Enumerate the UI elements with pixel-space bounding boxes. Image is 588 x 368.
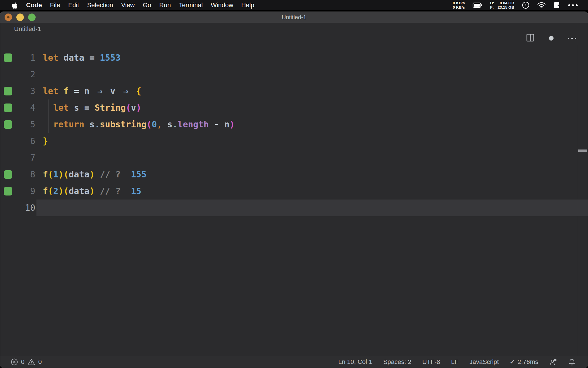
- menubar-item-terminal[interactable]: Terminal: [175, 0, 207, 10]
- control-center-icon[interactable]: [568, 4, 578, 6]
- feedback-button[interactable]: [549, 358, 557, 366]
- code-tokens: let data = 1553: [43, 49, 121, 66]
- menubar-status-area: 0 KB/s 0 KB/s U: 8.84 GB F: 23.15 GB: [453, 0, 588, 10]
- quokka-time: 2.76ms: [518, 358, 538, 366]
- line-number[interactable]: 10: [0, 200, 35, 216]
- code-line[interactable]: 3let f = n ⇒ v ⇒ {: [0, 83, 588, 99]
- cursor-position[interactable]: Ln 10, Col 1: [338, 358, 372, 366]
- errors-icon: [11, 358, 18, 366]
- code-editor[interactable]: 1let data = 155323let f = n ⇒ v ⇒ {4 let…: [0, 45, 588, 356]
- code-line[interactable]: 2: [0, 66, 588, 83]
- menubar-item-selection[interactable]: Selection: [83, 0, 117, 10]
- code-line[interactable]: 6}: [0, 133, 588, 150]
- menubar-item-go[interactable]: Go: [139, 0, 155, 10]
- line-number[interactable]: 1: [0, 49, 35, 66]
- network-speed-indicator[interactable]: 0 KB/s 0 KB/s: [453, 1, 465, 9]
- macos-menubar: Code FileEditSelectionViewGoRunTerminalW…: [0, 0, 588, 10]
- code-tokens: }: [43, 133, 48, 150]
- language-mode[interactable]: JavaScript: [469, 358, 499, 366]
- person-icon: [549, 358, 557, 366]
- menubar-items-container: FileEditSelectionViewGoRunTerminalWindow…: [46, 0, 258, 10]
- quokka-status[interactable]: ✔ 2.76ms: [510, 358, 538, 366]
- problems-indicator[interactable]: 0 0: [11, 358, 42, 366]
- minimize-button[interactable]: [16, 14, 24, 21]
- menubar-item-help[interactable]: Help: [237, 0, 258, 10]
- code-lines: 1let data = 155323let f = n ⇒ v ⇒ {4 let…: [0, 49, 588, 216]
- code-line[interactable]: 4 let s = String(v): [0, 99, 588, 116]
- mem-free-value: 23.15 GB: [498, 5, 514, 9]
- menubar-item-edit[interactable]: Edit: [64, 0, 83, 10]
- notifications-button[interactable]: [568, 358, 576, 366]
- net-down-label: 0 KB/s: [453, 5, 465, 9]
- line-number[interactable]: 5: [0, 116, 35, 133]
- line-number[interactable]: 3: [0, 83, 35, 99]
- apple-menu-icon[interactable]: [7, 2, 22, 9]
- eol-setting[interactable]: LF: [451, 358, 459, 366]
- unsaved-changes-indicator[interactable]: [549, 36, 554, 41]
- menubar-app-icon[interactable]: [554, 2, 560, 9]
- overview-ruler-cursor-mark: [578, 150, 587, 152]
- memory-usage-indicator[interactable]: U: 8.84 GB F: 23.15 GB: [490, 1, 514, 9]
- line-number[interactable]: 2: [0, 66, 35, 83]
- traffic-lights: [5, 12, 36, 23]
- code-tokens: let s = String(v): [43, 99, 141, 116]
- line-number[interactable]: 8: [0, 166, 35, 183]
- close-button[interactable]: [5, 14, 12, 21]
- window-title: Untitled-1: [282, 14, 306, 21]
- code-line[interactable]: 10: [0, 200, 588, 216]
- line-number[interactable]: 6: [0, 133, 35, 150]
- split-editor-button[interactable]: [526, 33, 535, 43]
- code-line[interactable]: 9f(2)(data) // ? 15: [0, 183, 588, 200]
- mem-used-value: 8.84 GB: [498, 1, 514, 5]
- code-tokens: return s.substring(0, s.length - n): [43, 116, 235, 133]
- line-number[interactable]: 9: [0, 183, 35, 200]
- code-tokens: f(2)(data) // ? 15: [43, 183, 141, 200]
- mem-free-label: F:: [490, 5, 494, 9]
- net-up-label: 0 KB/s: [453, 1, 465, 5]
- warnings-count: 0: [38, 358, 42, 366]
- menubar-item-window[interactable]: Window: [207, 0, 237, 10]
- line-number[interactable]: 4: [0, 99, 35, 116]
- editor-tab-row: Untitled-1: [0, 23, 588, 45]
- statusbar: 0 0 Ln 10, Col 1 Spaces: 2 UTF-8 LF Java…: [0, 356, 588, 368]
- window-titlebar[interactable]: Untitled-1: [0, 12, 588, 23]
- mem-used-label: U:: [490, 1, 494, 5]
- editor-actions: [526, 33, 576, 43]
- menubar-item-file[interactable]: File: [46, 0, 64, 10]
- code-line[interactable]: 8f(1)(data) // ? 155: [0, 166, 588, 183]
- code-line[interactable]: 1let data = 1553: [0, 49, 588, 66]
- code-tokens: let f = n ⇒ v ⇒ {: [43, 83, 141, 99]
- menubar-item-run[interactable]: Run: [155, 0, 175, 10]
- bell-icon: [568, 358, 576, 366]
- line-number[interactable]: 7: [0, 150, 35, 166]
- encoding-setting[interactable]: UTF-8: [422, 358, 440, 366]
- menubar-menus: Code FileEditSelectionViewGoRunTerminalW…: [0, 0, 258, 10]
- overview-ruler[interactable]: [578, 45, 587, 356]
- tab-filename[interactable]: Untitled-1: [14, 25, 41, 33]
- errors-count: 0: [21, 358, 24, 366]
- check-icon: ✔: [510, 358, 515, 366]
- more-actions-button[interactable]: [568, 38, 576, 39]
- code-line[interactable]: 5 return s.substring(0, s.length - n): [0, 116, 588, 133]
- warnings-icon: [27, 358, 35, 366]
- code-line[interactable]: 7: [0, 150, 588, 166]
- menubar-item-view[interactable]: View: [117, 0, 139, 10]
- vscode-window: Untitled-1 Untitled-1 1let data = 155323…: [0, 12, 588, 368]
- wifi-icon[interactable]: [537, 2, 546, 9]
- code-tokens: f(1)(data) // ? 155: [43, 166, 146, 183]
- battery-icon[interactable]: [473, 2, 482, 8]
- indentation-setting[interactable]: Spaces: 2: [383, 358, 411, 366]
- statusbar-right: Ln 10, Col 1 Spaces: 2 UTF-8 LF JavaScri…: [338, 358, 576, 366]
- clock-icon[interactable]: [522, 1, 529, 9]
- menubar-item-code[interactable]: Code: [22, 0, 46, 10]
- zoom-button[interactable]: [28, 14, 36, 21]
